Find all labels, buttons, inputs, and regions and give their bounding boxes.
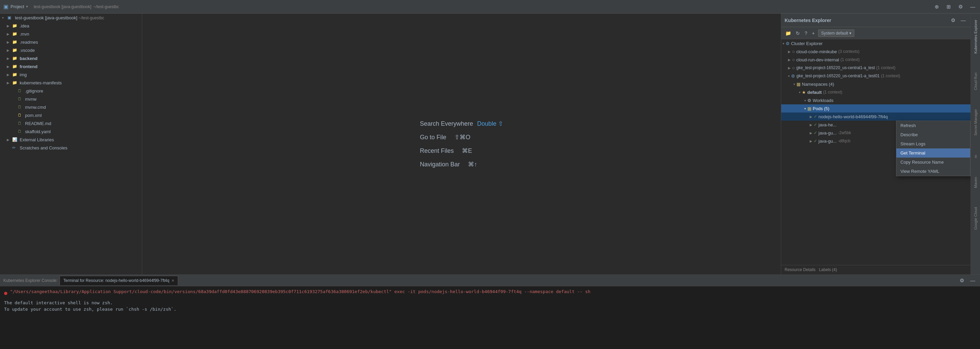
terminal-line-zsh: The default interactive shell is now zsh… (4, 300, 976, 305)
tree-item-vscode[interactable]: ▶ 📁 .vscode (0, 46, 142, 54)
label-mvnw: mvnw (25, 97, 37, 102)
recent-files-label: Recent Files (420, 147, 454, 155)
pods-icon: ▦ (807, 106, 811, 111)
settings-icon[interactable]: ⚙ (957, 3, 964, 11)
tree-item-readme-md[interactable]: 🗒 README.md (0, 119, 142, 127)
tree-item-pom-xml[interactable]: 🗒 pom.xml (0, 111, 142, 119)
terminal-panel: Kubernetes Explorer Console: Terminal fo… (0, 274, 980, 349)
pod-java-gu1-label: java-gu... (818, 131, 837, 135)
cloud-run-dev-arrow: ▶ (788, 58, 791, 62)
right-side-tabs: Kubernetes Explorer Cloud Run Secret Man… (970, 14, 980, 274)
context-menu-stream-logs[interactable]: Stream Logs (896, 139, 970, 148)
project-path: ~/test-guestbc (94, 5, 119, 9)
tree-item-frontend[interactable]: ▶ 📁 frontend (0, 62, 142, 70)
k8s-pod-nodejs[interactable]: ▶ ✓ nodejs-hello-world-b46944f99-7ft4q (781, 113, 970, 121)
file-readme: 🗒 (18, 121, 24, 126)
workloads-arrow: ▾ (804, 99, 806, 102)
label-backend: backend (20, 56, 38, 61)
tree-item-readmes[interactable]: ▶ 📁 .readmes (0, 38, 142, 46)
tree-item-scratches[interactable]: ✏ Scratches and Consoles (0, 143, 142, 152)
terminal-tab[interactable]: Terminal for Resource: nodejs-hello-worl… (60, 276, 178, 285)
recent-files-shortcut: ⌘E (462, 147, 472, 155)
tree-item-kubernetes-manifests[interactable]: ▶ 📁 kubernetes-manifests (0, 79, 142, 87)
top-bar-actions: ⊕ ⊞ ⚙ — (933, 3, 977, 11)
k8s-minikube[interactable]: ▶ ○ cloud-code-minikube (3 contexts) (781, 48, 970, 56)
pod-nodejs-label: nodejs-hello-world-b46944f99-7ft4q (818, 114, 888, 119)
left-panel: ▾ ▣ test-guestbook [java-guestbook] ~/te… (0, 14, 142, 274)
terminal-close-btn[interactable]: ✕ (171, 279, 174, 283)
tree-item-img[interactable]: ▶ 📁 img (0, 70, 142, 79)
k8s-add-btn[interactable]: + (811, 30, 816, 37)
workloads-label: Workloads (813, 98, 834, 103)
side-tab-secret-manager[interactable]: Secret Manager (972, 107, 979, 138)
k8s-help-btn[interactable]: ? (803, 30, 809, 37)
k8s-refresh-btn[interactable]: ↻ (794, 30, 801, 37)
gke-test-icon: ○ (792, 65, 795, 70)
label-img: img (20, 72, 27, 77)
k8s-minimize-icon[interactable]: — (959, 17, 967, 24)
folder-backend: 📁 (12, 56, 18, 61)
file-pom-xml: 🗒 (18, 113, 24, 118)
tree-item-skaffold-yaml[interactable]: 🗒 skaffold.yaml (0, 127, 142, 135)
context-menu-describe[interactable]: Describe (896, 130, 970, 139)
tree-item-mvnw-cmd[interactable]: 🗒 mvnw.cmd (0, 103, 142, 111)
pods-label: Pods (5) (813, 106, 829, 111)
gke-test-extra: (1 context) (877, 65, 896, 70)
search-everywhere-shortcut: Double ⇧ (477, 120, 503, 127)
kubernetes-title: Kubernetes Explorer (784, 18, 831, 23)
file-mvnw-cmd: 🗒 (18, 105, 24, 110)
k8s-pods[interactable]: ▾ ▦ Pods (5) (781, 104, 970, 113)
terminal-settings-btn[interactable]: ⚙ (958, 277, 966, 284)
context-refresh-label: Refresh (900, 123, 916, 128)
tree-item-external-libs[interactable]: ▶ 📊 External Libraries (0, 135, 142, 143)
project-dropdown-arrow[interactable]: ▾ (26, 5, 28, 9)
tree-item-mvn[interactable]: ▶ 📁 .mvn (0, 30, 142, 38)
k8s-namespaces[interactable]: ▾ ▦ Namespaces (4) (781, 80, 970, 88)
tree-item-mvnw[interactable]: 🗒 mvnw (0, 95, 142, 103)
context-menu-copy-name[interactable]: Copy Resource Name (896, 158, 970, 167)
k8s-settings-icon[interactable]: ⚙ (950, 17, 957, 24)
terminal-minimize-btn[interactable]: — (969, 277, 977, 284)
layout-icon[interactable]: ⊞ (945, 3, 952, 11)
default-ns-label: default (807, 90, 822, 95)
terminal-tab-label: Kubernetes Explorer Console: (3, 278, 60, 283)
pod-java-gu2-extra: -dtfqcb (838, 139, 850, 143)
k8s-default-ns[interactable]: ▾ ★ default (1 context) (781, 88, 970, 96)
add-icon[interactable]: ⊕ (933, 3, 940, 11)
context-menu-get-terminal[interactable]: Get Terminal (896, 148, 970, 158)
default-ns-extra: (1 context) (823, 90, 843, 94)
terminal-tabs: Kubernetes Explorer Console: Terminal fo… (0, 275, 980, 286)
default-ns-icon: ★ (802, 90, 806, 95)
minikube-extra: (3 contexts) (838, 49, 859, 54)
arrow-backend: ▶ (7, 57, 12, 60)
k8s-workloads[interactable]: ▾ ⚙ Workloads (781, 96, 970, 104)
k8s-gke-test[interactable]: ▶ ○ gke_test-project-165220_us-central1-… (781, 64, 970, 72)
resource-details-label: Resource Details (784, 267, 815, 272)
k8s-gke-test01[interactable]: ▾ ⚙ gke_test-project-165220_us-central1-… (781, 72, 970, 80)
k8s-context-dropdown[interactable]: System default ▾ (818, 29, 854, 37)
context-menu-view-yaml[interactable]: View Remote YAML (896, 167, 970, 176)
side-tab-m[interactable]: m (972, 152, 979, 161)
side-tab-cloud-run[interactable]: Cloud Run (972, 70, 979, 93)
project-label: Project (11, 4, 24, 9)
k8s-toolbar: 📁 ↻ ? + System default ▾ (781, 27, 970, 39)
k8s-folder-btn[interactable]: 📁 (784, 30, 792, 37)
gke-test01-label: gke_test-project-165220_us-central1-a_te… (797, 73, 880, 78)
context-menu-refresh[interactable]: Refresh (896, 121, 970, 130)
tree-root[interactable]: ▾ ▣ test-guestbook [java-guestbook] ~/te… (0, 14, 142, 22)
cluster-arrow: ▾ (783, 42, 784, 45)
side-tab-google-cloud[interactable]: Google Cloud (972, 204, 979, 233)
terminal-tab-name: Terminal for Resource: nodejs-hello-worl… (63, 278, 169, 283)
context-terminal-label: Get Terminal (900, 150, 925, 156)
tree-item-gitignore[interactable]: 🗒 .gitignore (0, 87, 142, 95)
gke-test01-extra: (1 context) (881, 73, 900, 78)
tree-item-backend[interactable]: ▶ 📁 backend (0, 54, 142, 62)
tree-item-idea[interactable]: ▶ 📁 .idea (0, 22, 142, 30)
minimize-icon[interactable]: — (969, 3, 977, 10)
k8s-cloud-run-dev[interactable]: ▶ ○ cloud-run-dev-internal (1 context) (781, 56, 970, 64)
side-tab-maven[interactable]: Maven (972, 174, 979, 191)
context-menu: Refresh Describe Stream Logs Get Termina… (896, 121, 970, 176)
arrow-vscode: ▶ (7, 48, 12, 52)
cluster-explorer[interactable]: ▾ ⚙ Cluster Explorer (781, 39, 970, 48)
side-tab-kubernetes[interactable]: Kubernetes Explorer (972, 17, 979, 56)
